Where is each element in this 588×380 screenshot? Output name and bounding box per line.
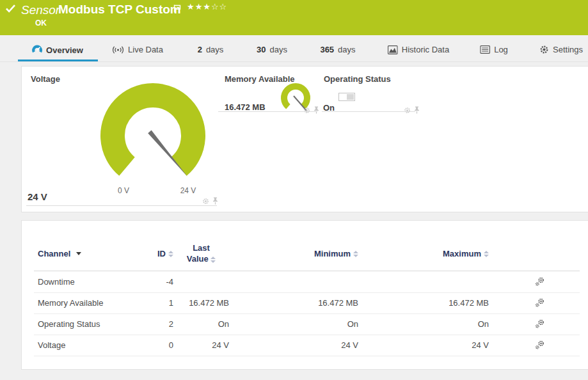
overview-gauges-card: Voltage 0 V 24 V 24 V Memory Available [21, 66, 588, 212]
row-divider [34, 313, 580, 314]
channel-header-label: Channel [38, 249, 70, 258]
channel-settings-gears-icon[interactable] [529, 298, 544, 308]
tab-2-days-number: 2 [198, 45, 202, 54]
channel-settings-gears-icon[interactable] [529, 340, 544, 350]
tab-30-days[interactable]: 30 days [257, 45, 287, 54]
tab-live-data-label: Live Data [128, 45, 163, 54]
log-list-icon [480, 45, 490, 54]
channel-minimum: 16.472 MB [229, 298, 358, 308]
channel-maximum: On [358, 319, 489, 329]
channel-id: 2 [150, 319, 173, 329]
tab-30-days-label: days [270, 45, 287, 54]
table-row: Voltage 0 24 V 24 V 24 V [22, 335, 585, 356]
column-header-id[interactable]: ID [150, 240, 173, 258]
tab-bar: Overview Live Data 2 days 30 days 365 da… [0, 38, 588, 62]
row-divider [34, 335, 580, 335]
status-check-icon [6, 4, 15, 15]
column-header-last-value[interactable]: Last Value [173, 240, 229, 264]
channel-id: -4 [150, 277, 173, 287]
channel-last-value: On [173, 319, 229, 329]
stars-empty: ☆☆ [211, 2, 227, 12]
operating-status-toggle [338, 93, 355, 101]
tab-log[interactable]: Log [480, 45, 508, 54]
table-row: Operating Status 2 On On On [22, 313, 585, 335]
tab-live-data[interactable]: Live Data [112, 45, 163, 54]
live-data-icon [112, 45, 124, 54]
memory-value: 16.472 MB [225, 102, 266, 112]
toggle-knob [347, 94, 354, 100]
tab-settings[interactable]: Settings [539, 45, 583, 54]
active-tab-underline [18, 59, 98, 61]
memory-panel-divider [218, 111, 317, 112]
column-header-maximum[interactable]: Maximum [358, 240, 489, 258]
voltage-scale-min: 0 V [118, 186, 129, 195]
tab-2-days[interactable]: 2 days [198, 45, 224, 54]
area-chart-icon [388, 45, 398, 54]
operating-panel-divider [322, 111, 415, 112]
gauge-icon [32, 45, 42, 55]
tab-log-label: Log [494, 45, 508, 54]
gear-icon[interactable] [404, 105, 411, 116]
priority-rating[interactable]: ★★★☆☆ [187, 2, 227, 12]
channel-table-body: Downtime -4 Memory Available 1 16.472 MB… [22, 271, 585, 356]
memory-panel-icons [303, 105, 319, 116]
sorted-desc-icon [76, 252, 81, 255]
status-badge: OK [35, 19, 47, 28]
channel-settings-gears-icon[interactable] [529, 277, 544, 287]
channel-minimum: On [229, 319, 358, 329]
tab-overview-label: Overview [46, 45, 83, 55]
gear-icon[interactable] [303, 105, 310, 116]
last-value-header-label: Last Value [187, 243, 210, 264]
operating-panel-icons [404, 105, 420, 116]
channel-id: 0 [150, 340, 173, 350]
channel-table-card: Channel ID Last Value Minimum Maximum Do… [21, 220, 588, 370]
channel-name: Memory Available [38, 298, 150, 308]
pin-icon[interactable] [414, 105, 420, 116]
row-divider [34, 356, 580, 356]
channel-last-value: 16.472 MB [173, 298, 229, 308]
id-header-label: ID [157, 249, 166, 258]
tab-historic-data-label: Historic Data [402, 45, 449, 54]
minimum-header-label: Minimum [314, 249, 351, 258]
tab-2-days-label: days [206, 45, 223, 54]
sensor-status-header: Sensor Modbus TCP Custom ★★★☆☆ OK [0, 0, 588, 35]
tab-365-days-number: 365 [320, 45, 334, 54]
column-header-minimum[interactable]: Minimum [229, 240, 358, 258]
tab-365-days-label: days [338, 45, 355, 54]
channel-minimum: 24 V [229, 340, 358, 350]
channel-maximum: 16.472 MB [358, 298, 489, 308]
settings-gear-icon [539, 45, 549, 54]
voltage-panel-title: Voltage [31, 74, 60, 84]
table-row: Memory Available 1 16.472 MB 16.472 MB 1… [22, 292, 585, 313]
voltage-gauge [89, 77, 217, 188]
channel-maximum: 24 V [358, 340, 489, 350]
table-row: Downtime -4 [22, 271, 585, 292]
channel-id: 1 [150, 298, 173, 308]
tab-overview[interactable]: Overview [32, 45, 83, 55]
channel-name: Operating Status [38, 319, 150, 329]
column-header-channel[interactable]: Channel [38, 240, 150, 258]
sensor-type-label: Sensor [21, 3, 60, 17]
voltage-scale-max: 24 V [180, 186, 196, 195]
voltage-panel-divider [26, 205, 217, 206]
sort-icon [484, 251, 489, 257]
favorite-flag-icon[interactable] [173, 4, 181, 15]
tab-365-days[interactable]: 365 days [320, 45, 355, 54]
stars-filled: ★★★ [187, 2, 211, 12]
tab-historic-data[interactable]: Historic Data [388, 45, 449, 54]
channel-last-value: 24 V [173, 340, 229, 350]
channel-settings-gears-icon[interactable] [529, 319, 544, 329]
voltage-value: 24 V [28, 191, 47, 202]
operating-panel-title: Operating Status [324, 74, 391, 84]
maximum-header-label: Maximum [443, 249, 481, 258]
pin-icon[interactable] [314, 105, 319, 116]
sort-icon [211, 257, 216, 263]
channel-name: Voltage [38, 340, 150, 350]
tab-30-days-number: 30 [257, 45, 266, 54]
channel-name: Downtime [38, 277, 150, 287]
sort-icon [353, 251, 358, 257]
sensor-title: Modbus TCP Custom [58, 3, 181, 17]
sort-icon [168, 251, 173, 257]
tab-settings-label: Settings [553, 45, 583, 54]
row-divider [34, 292, 580, 293]
